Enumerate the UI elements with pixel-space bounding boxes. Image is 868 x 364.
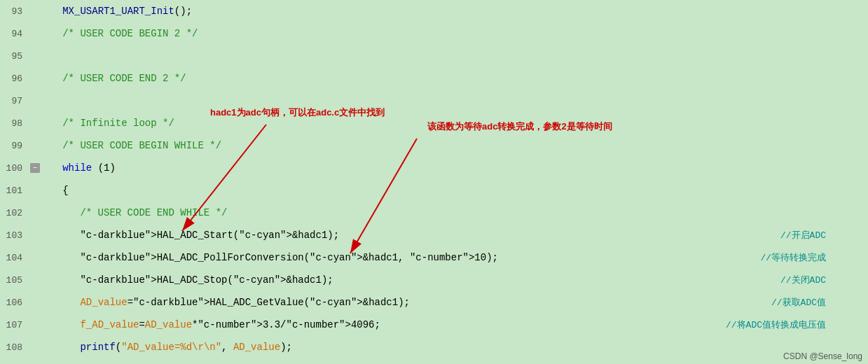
code-line: 99 /* USER CODE BEGIN WHILE */ [0, 134, 868, 157]
code-line: 103 "c-darkblue">HAL_ADC_Start("c-cyan">… [0, 224, 868, 246]
code-line: 106 AD_value="c-darkblue">HAL_ADC_GetVal… [0, 291, 868, 314]
code-lines: 93 MX_USART1_UART_Init();94 /* USER CODE… [0, 0, 868, 364]
line-number: 95 [0, 51, 28, 62]
line-code-content: "c-darkblue">HAL_ADC_Start("c-cyan">&had… [42, 230, 868, 241]
right-comment: //开启ADC [780, 229, 826, 241]
code-line: 96 /* USER CODE END 2 */ [0, 67, 868, 90]
right-comment: //关闭ADC [780, 274, 826, 286]
code-line: 102 /* USER CODE END WHILE */ [0, 202, 868, 224]
code-line: 100− while (1) [0, 157, 868, 179]
code-line: 97 [0, 90, 868, 112]
line-code-content: /* USER CODE BEGIN WHILE */ [42, 140, 868, 151]
code-line: 107 f_AD_value=AD_value*"c-number">3.3/"… [0, 314, 868, 336]
line-number: 101 [0, 186, 28, 196]
code-line: 101 { [0, 179, 868, 202]
line-code-content: /* USER CODE END 2 */ [42, 73, 868, 84]
line-code-content: printf("AD_value=%d\r\n", AD_value); [42, 342, 868, 353]
code-line: 104 "c-darkblue">HAL_ADC_PollForConversi… [0, 246, 868, 269]
code-line: 109 printf("f_AD_value=%.3f\r\n", f_AD_v… [0, 358, 868, 364]
line-code-content: /* USER CODE BEGIN 2 */ [42, 28, 868, 39]
code-line: 93 MX_USART1_UART_Init(); [0, 0, 868, 22]
line-number: 97 [0, 96, 28, 106]
line-code-content: AD_value="c-darkblue">HAL_ADC_GetValue("… [42, 297, 868, 308]
line-code-content: MX_USART1_UART_Init(); [42, 6, 868, 17]
code-editor: 93 MX_USART1_UART_Init();94 /* USER CODE… [0, 0, 868, 364]
line-code-content: "c-darkblue">HAL_ADC_PollForConversion("… [42, 252, 868, 263]
code-line: 105 "c-darkblue">HAL_ADC_Stop("c-cyan">&… [0, 269, 868, 291]
right-comment: //将ADC值转换成电压值 [726, 318, 826, 331]
code-line: 108 printf("AD_value=%d\r\n", AD_value); [0, 336, 868, 358]
line-number: 105 [0, 275, 28, 286]
line-number: 108 [0, 342, 28, 353]
line-number: 99 [0, 141, 28, 151]
code-line: 98 /* Infinite loop */ [0, 112, 868, 134]
line-code-content: /* USER CODE END WHILE */ [42, 207, 868, 218]
line-gutter[interactable]: − [28, 163, 42, 173]
line-code-content: while (1) [42, 162, 868, 174]
branding-text: CSDN @Sense_long [783, 351, 862, 361]
line-number: 94 [0, 29, 28, 39]
line-code-content: /* Infinite loop */ [42, 118, 868, 129]
line-number: 102 [0, 208, 28, 218]
line-number: 96 [0, 74, 28, 84]
code-line: 95 [0, 45, 868, 67]
right-comment: //等待转换完成 [760, 251, 826, 264]
line-code-content: "c-darkblue">HAL_ADC_Stop("c-cyan">&hadc… [42, 274, 868, 286]
line-number: 107 [0, 320, 28, 330]
code-line: 94 /* USER CODE BEGIN 2 */ [0, 22, 868, 45]
line-number: 93 [0, 6, 28, 17]
line-code-content: { [42, 185, 868, 196]
line-number: 103 [0, 230, 28, 241]
right-comment: //获取ADC值 [771, 296, 826, 309]
line-number: 104 [0, 253, 28, 263]
line-number: 98 [0, 118, 28, 129]
line-number: 106 [0, 298, 28, 308]
line-number: 100 [0, 163, 28, 174]
